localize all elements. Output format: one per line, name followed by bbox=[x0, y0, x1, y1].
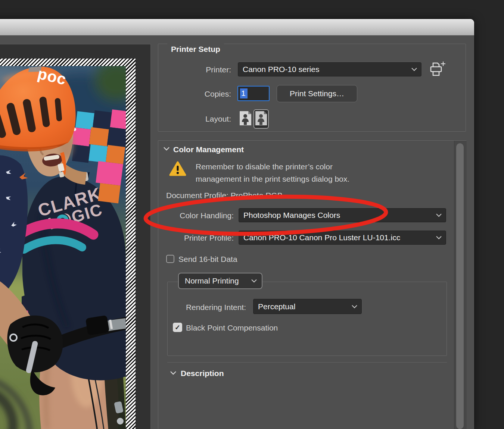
layout-landscape-icon bbox=[255, 111, 267, 126]
color-management-panel: Color Management Remember to disable the… bbox=[158, 140, 467, 429]
chevron-down-icon bbox=[351, 304, 358, 309]
printer-profile-label: Printer Profile: bbox=[166, 233, 234, 242]
rendering-intent-value: Perceptual bbox=[258, 302, 295, 311]
printer-utility-button[interactable] bbox=[428, 61, 446, 78]
rendering-intent-select[interactable]: Perceptual bbox=[253, 298, 362, 314]
send-16bit-checkbox[interactable] bbox=[166, 255, 174, 263]
copies-value: 1 bbox=[240, 88, 248, 98]
printer-label: Printer: bbox=[166, 65, 231, 74]
printer-icon bbox=[429, 61, 446, 78]
black-point-checkbox[interactable]: ✓ bbox=[173, 323, 182, 332]
black-point-label[interactable]: Black Point Compensation bbox=[186, 323, 278, 332]
print-mode-select[interactable]: Normal Printing bbox=[178, 273, 262, 289]
chevron-down-icon bbox=[436, 236, 442, 240]
warning-icon bbox=[169, 161, 186, 176]
copies-input[interactable]: 1 bbox=[237, 86, 270, 101]
chevron-down-icon bbox=[251, 279, 257, 283]
helmet: poc bbox=[0, 66, 76, 151]
collapse-chevron-icon[interactable] bbox=[163, 147, 170, 151]
layout-portrait-icon bbox=[239, 111, 252, 126]
layout-label: Layout: bbox=[166, 114, 231, 123]
print-mode-group bbox=[167, 282, 447, 356]
printer-select[interactable]: Canon PRO-10 series bbox=[237, 62, 422, 77]
chevron-down-icon bbox=[436, 213, 442, 217]
layout-landscape-button[interactable] bbox=[253, 109, 269, 129]
warning-text-line2: management in the print settings dialog … bbox=[196, 173, 349, 185]
description-title[interactable]: Description bbox=[181, 369, 224, 378]
collapse-chevron-icon[interactable] bbox=[170, 371, 177, 375]
printer-profile-value: Canon PRO-10 Canon Pro Luster LU-101.icc bbox=[243, 233, 400, 242]
warning-text: Remember to disable the printer’s color … bbox=[196, 160, 349, 185]
color-handling-select[interactable]: Photoshop Manages Colors bbox=[238, 208, 447, 223]
printer-profile-select[interactable]: Canon PRO-10 Canon Pro Luster LU-101.icc bbox=[238, 230, 447, 245]
printer-select-value: Canon PRO-10 series bbox=[243, 65, 319, 74]
checkmark-icon: ✓ bbox=[175, 324, 180, 331]
warning-text-line1: Remember to disable the printer’s color bbox=[196, 160, 349, 173]
print-preview-photo: CLARK LOGIC bbox=[0, 66, 126, 429]
print-mode-value: Normal Printing bbox=[185, 276, 239, 285]
printer-setup-panel: Printer Setup Printer: Canon PRO-10 seri… bbox=[158, 44, 466, 132]
scrollbar-thumb[interactable] bbox=[456, 143, 464, 429]
section-divider bbox=[167, 362, 447, 363]
window-titlebar bbox=[0, 19, 474, 35]
print-settings-button[interactable]: Print Settings… bbox=[277, 85, 357, 102]
document-profile-label: Document Profile: bbox=[166, 191, 228, 200]
print-preview-page: CLARK LOGIC bbox=[0, 59, 136, 429]
color-management-title[interactable]: Color Management bbox=[173, 145, 244, 154]
screenshot-root: CLARK LOGIC bbox=[0, 0, 504, 429]
document-profile-value: ProPhoto RGB bbox=[231, 191, 283, 200]
document-profile: Document Profile: ProPhoto RGB bbox=[166, 191, 283, 200]
send-16bit-label[interactable]: Send 16-bit Data bbox=[178, 254, 237, 264]
rendering-intent-label: Rendering Intent: bbox=[173, 303, 246, 312]
layout-portrait-button[interactable] bbox=[239, 111, 252, 127]
color-handling-label: Color Handling: bbox=[166, 211, 234, 220]
printer-setup-title: Printer Setup bbox=[167, 39, 224, 54]
color-handling-value: Photoshop Manages Colors bbox=[243, 211, 340, 220]
copies-label: Copies: bbox=[166, 89, 231, 98]
chevron-down-icon bbox=[411, 68, 417, 72]
